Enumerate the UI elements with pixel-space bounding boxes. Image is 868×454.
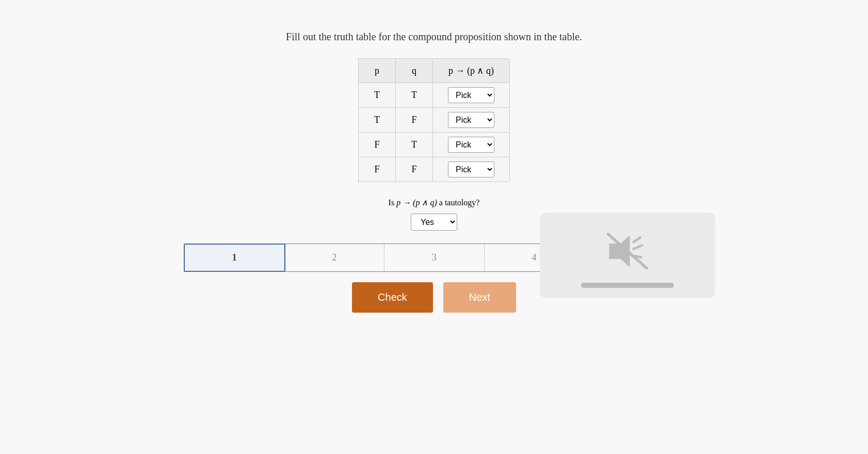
table-row: FFPickTF: [359, 157, 510, 182]
buttons-row: Check Next: [352, 282, 516, 313]
pick-select-3[interactable]: PickTF: [448, 161, 494, 177]
progress-and-buttons: 12345 Check Next: [184, 244, 684, 328]
col-header-p: p: [359, 59, 396, 83]
cell-pick-0: PickTF: [433, 83, 510, 108]
tautology-formula: p → (p ∧ q): [396, 198, 437, 207]
tautology-section: Is p → (p ∧ q) a tautology? YesNo: [389, 198, 480, 231]
svg-line-1: [634, 237, 640, 242]
cell-q-2: T: [396, 133, 433, 157]
pick-select-0[interactable]: PickTF: [448, 87, 494, 103]
cell-p-3: F: [359, 157, 396, 182]
pick-select-2[interactable]: PickTF: [448, 137, 494, 153]
cell-pick-2: PickTF: [433, 133, 510, 157]
instruction-text: Fill out the truth table for the compoun…: [286, 31, 582, 43]
cell-p-0: T: [359, 83, 396, 108]
table-row: FTPickTF: [359, 133, 510, 157]
cell-q-0: T: [396, 83, 433, 108]
tautology-question: Is p → (p ∧ q) a tautology?: [389, 198, 480, 207]
cell-p-2: F: [359, 133, 396, 157]
progress-segment-3[interactable]: 3: [384, 244, 485, 271]
tautology-prefix: Is: [389, 198, 397, 207]
mute-tooltip: [540, 213, 715, 298]
mute-icon: [604, 231, 651, 272]
progress-segment-1[interactable]: 1: [184, 244, 285, 272]
progress-segment-2[interactable]: 2: [285, 244, 385, 271]
pick-select-1[interactable]: PickTF: [448, 112, 494, 128]
mute-icon-wrapper: [602, 228, 653, 274]
col-header-q: q: [396, 59, 433, 83]
svg-line-2: [634, 245, 642, 249]
table-row: TTPickTF: [359, 83, 510, 108]
cell-q-3: F: [396, 157, 433, 182]
cell-pick-3: PickTF: [433, 157, 510, 182]
table-row: TFPickTF: [359, 108, 510, 133]
next-button[interactable]: Next: [443, 282, 516, 313]
col-header-formula: p → (p ∧ q): [433, 59, 510, 83]
tautology-suffix: a tautology?: [437, 198, 480, 207]
cell-q-1: F: [396, 108, 433, 133]
tautology-select[interactable]: YesNo: [411, 214, 457, 231]
main-container: Fill out the truth table for the compoun…: [0, 21, 868, 338]
cell-p-1: T: [359, 108, 396, 133]
cell-pick-1: PickTF: [433, 108, 510, 133]
mute-progress-bar: [581, 283, 674, 288]
check-button[interactable]: Check: [352, 282, 433, 313]
truth-table: p q p → (p ∧ q) TTPickTFTFPickTFFTPickTF…: [358, 58, 510, 182]
